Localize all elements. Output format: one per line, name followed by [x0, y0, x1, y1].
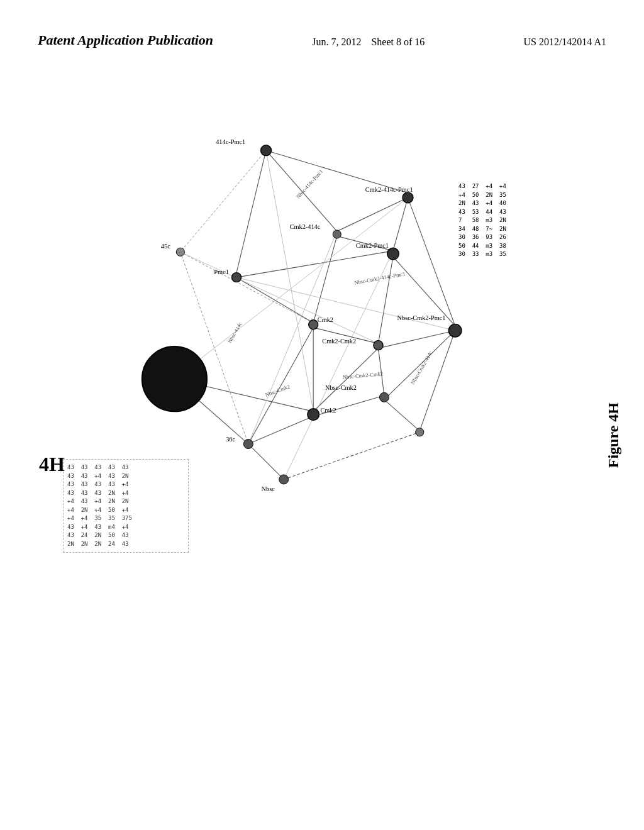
figure-label: Figure 4H [605, 402, 622, 468]
svg-line-10 [236, 251, 393, 277]
edge-label-5: Nbsc-Cmk2-Cmk2 [342, 370, 383, 380]
label-cmk2-cmk2: Cmk2-Cmk2 [322, 338, 356, 345]
label-cmk2-bottom: Cmk2 [320, 407, 336, 414]
node-cmk2-cmk2 [374, 341, 383, 350]
label-nbsc-cmk2: Nbsc-Cmk2 [325, 384, 357, 391]
node-cmk2-top [309, 320, 318, 329]
node-cmk2-414c-pmc1 [402, 192, 413, 203]
node-bottom-right [416, 428, 424, 436]
header-date-sheet: Jun. 7, 2012 Sheet 8 of 16 [312, 36, 425, 48]
svg-line-32 [236, 277, 455, 331]
svg-line-29 [419, 331, 455, 431]
svg-line-27 [248, 444, 284, 479]
node-nbsc [279, 475, 289, 484]
edge-label-6: Nbsc-Cmk2-414c [409, 350, 434, 385]
label-nbsc: Nbsc [262, 485, 275, 492]
patent-number: US 2012/142014 A1 [523, 36, 606, 48]
edge-label-3: Nbsc-414c [226, 321, 243, 344]
node-cmk2-bottom [308, 409, 319, 421]
svg-line-6 [393, 197, 408, 251]
header: Patent Application Publication Jun. 7, 2… [0, 31, 644, 50]
data-table-right: 43 27 +4 +4 +4 50 2N 35 2N 43 +4 40 43 5… [458, 182, 547, 259]
label-414c-pmc1: 414c-Pmc1 [216, 138, 245, 145]
label-45c: 45c [161, 243, 170, 250]
svg-line-7 [408, 197, 455, 326]
publication-date: Jun. 7, 2012 [312, 36, 361, 47]
sheet-info: Sheet 8 of 16 [371, 36, 425, 47]
node-cmk2-pmc1 [387, 248, 399, 260]
publication-title: Patent Application Publication [38, 31, 213, 50]
edge-label-4: Nbsc-Cmk2 [264, 383, 291, 397]
node-pmc1 [232, 273, 242, 282]
svg-line-0 [180, 150, 266, 252]
label-cmk2-414c-pmc1: Cmk2-414c-Pmc1 [365, 186, 413, 193]
figure-4h-label: 4H [39, 453, 65, 476]
node-nbsc-cmk2 [379, 392, 389, 402]
data-table-left: 43 43 43 43 43 43 43 +4 43 2N 43 43 43 4… [63, 459, 189, 553]
svg-line-1 [180, 252, 313, 323]
svg-line-13 [379, 257, 393, 343]
svg-line-26 [384, 400, 419, 431]
label-cmk2-pmc1: Cmk2-Pmc1 [356, 242, 389, 249]
svg-line-8 [337, 197, 408, 231]
node-nbsc-cmk2-pmc1 [448, 324, 462, 337]
node-cmk2-414c [333, 230, 341, 238]
svg-line-5 [236, 150, 266, 272]
label-36c: 36c [226, 436, 235, 443]
page-container: Patent Application Publication Jun. 7, 2… [0, 0, 644, 830]
node-414c-pmc1 [261, 145, 272, 156]
svg-line-34 [284, 251, 393, 480]
svg-line-35 [180, 252, 379, 344]
edge-label-1: Nbsc-414c-Pmc1 [295, 168, 325, 199]
edge-label-2: Nbsc-Cmk2-414c-Pmc1 [354, 270, 406, 285]
label-cmk2-top: Cmk2 [318, 316, 333, 323]
label-cmk2-414c: Cmk2-414c [290, 223, 321, 230]
svg-line-19 [379, 331, 455, 348]
node-36c [243, 440, 253, 449]
main-diagram: 414c-Pmc1 Cmk2-414c-Pmc1 45c Pmc1 Cmk2-4… [50, 113, 541, 503]
node-big-left [142, 346, 207, 411]
node-45c [176, 248, 184, 256]
svg-line-28 [284, 432, 419, 479]
label-nbsc-cmk2-pmc1: Nbsc-Cmk2-Pmc1 [397, 314, 446, 321]
diagram-svg: 414c-Pmc1 Cmk2-414c-Pmc1 45c Pmc1 Cmk2-4… [50, 113, 541, 503]
label-pmc1: Pmc1 [214, 268, 229, 275]
